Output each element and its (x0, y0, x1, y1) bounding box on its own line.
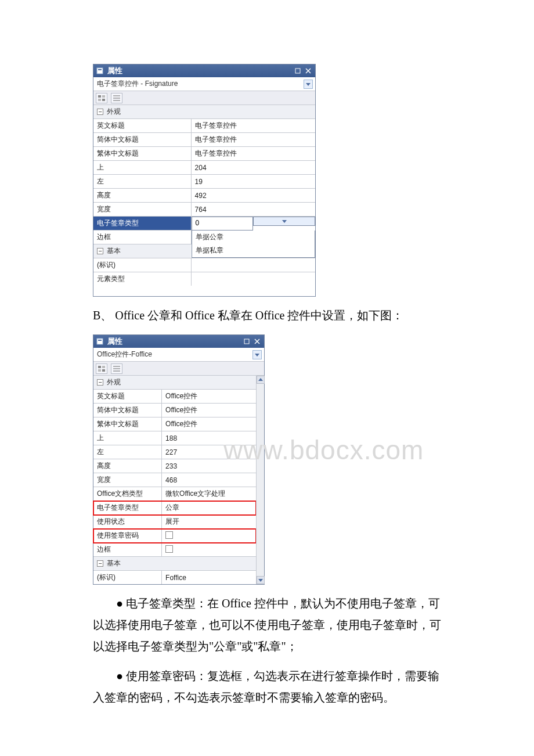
prop-value[interactable]: 227 (162, 445, 256, 459)
prop-value[interactable]: Foffice (162, 571, 256, 585)
svg-rect-2 (295, 69, 300, 73)
prop-value[interactable]: 204 (191, 161, 315, 175)
doc-text: ● 电子签章类型：在 Office 控件中，默认为不使用电子签章，可以选择使用电… (93, 597, 441, 653)
prop-value[interactable]: 188 (162, 431, 256, 445)
panel1-title: 属性 (107, 66, 292, 76)
properties-panel-2: 属性 Office控件-Foffice −外观 英文标题Office控件 简体中… (93, 334, 265, 585)
prop-value[interactable]: 19 (191, 175, 315, 189)
panel1-component-selector[interactable]: 电子签章控件 - Fsignature (93, 77, 315, 91)
prop-label: 简体中文标题 (93, 133, 191, 147)
prop-row-sign-type[interactable]: 电子签章类型 0 (93, 217, 315, 231)
prop-row-zh-cn-title[interactable]: 简体中文标题电子签章控件 (93, 133, 315, 147)
prop-label: 繁体中文标题 (93, 417, 162, 431)
prop-value[interactable]: 微软Office文字处理 (162, 487, 256, 501)
prop-value[interactable] (162, 543, 256, 557)
prop-value[interactable]: Office控件 (162, 390, 256, 404)
sign-type-dropdown[interactable]: 单据公章 单据私章 (191, 231, 315, 258)
collapse-icon[interactable]: − (97, 560, 103, 567)
collapse-icon[interactable]: − (97, 379, 103, 386)
scroll-down-button[interactable] (257, 576, 265, 584)
chevron-down-icon[interactable] (304, 80, 313, 89)
prop-value[interactable]: 468 (162, 473, 256, 487)
prop-row-zh-cn-title[interactable]: 简体中文标题Office控件 (93, 404, 256, 417)
alphabetical-view-button[interactable] (111, 93, 122, 103)
chevron-down-icon[interactable] (252, 350, 262, 359)
categorized-view-button[interactable] (96, 363, 107, 374)
prop-label: 边框 (93, 231, 191, 244)
prop-value[interactable]: 展开 (162, 515, 256, 529)
cat-label: 基本 (107, 247, 121, 255)
scroll-track[interactable] (257, 384, 264, 576)
categorized-view-button[interactable] (96, 93, 107, 103)
dropdown-option[interactable]: 单据公章 (192, 231, 315, 244)
checkbox-unchecked[interactable] (165, 545, 173, 553)
prop-row-width[interactable]: 宽度468 (93, 473, 256, 487)
prop-row-doc-type[interactable]: Office文档类型微软Office文字处理 (93, 487, 256, 501)
doc-paragraph-1: ● 电子签章类型：在 Office 控件中，默认为不使用电子签章，可以选择使用电… (93, 593, 441, 657)
prop-row-left[interactable]: 左19 (93, 175, 315, 189)
prop-value[interactable]: 492 (191, 189, 315, 203)
category-row-appearance[interactable]: −外观 (93, 105, 315, 119)
prop-row-top[interactable]: 上188 (93, 431, 256, 445)
properties-panel-1: 属性 电子签章控件 - Fsignature −外观 英文标题电子签章控件 简体… (93, 64, 316, 297)
prop-row-width[interactable]: 宽度764 (93, 203, 315, 217)
svg-marker-27 (258, 378, 263, 381)
prop-row-border[interactable]: 边框 单据公章 单据私章 (93, 231, 315, 244)
prop-row-id[interactable]: (标识) (93, 258, 315, 272)
prop-label: 边框 (93, 543, 162, 557)
panel2-minimize-button[interactable] (242, 337, 251, 345)
prop-row-height[interactable]: 高度233 (93, 459, 256, 473)
prop-row-border[interactable]: 边框 (93, 543, 256, 557)
prop-row-left[interactable]: 左227 (93, 445, 256, 459)
svg-marker-5 (306, 83, 311, 86)
scroll-up-button[interactable] (257, 376, 265, 384)
prop-row-top[interactable]: 上204 (93, 161, 315, 175)
checkbox-unchecked[interactable] (165, 531, 173, 539)
prop-value[interactable] (191, 258, 315, 272)
alphabetical-view-button[interactable] (111, 363, 122, 374)
collapse-icon[interactable]: − (97, 109, 103, 115)
prop-value[interactable] (162, 529, 256, 543)
prop-value[interactable]: 电子签章控件 (191, 133, 315, 147)
prop-row-id[interactable]: (标识)Foffice (93, 571, 256, 585)
svg-rect-20 (98, 366, 101, 368)
prop-label: 使用状态 (93, 515, 162, 529)
cat-label: 外观 (107, 378, 121, 386)
panel-icon (96, 67, 104, 75)
panel2-scrollbar[interactable] (256, 376, 264, 584)
panel1-close-button[interactable] (304, 67, 313, 75)
prop-row-zh-tw-title[interactable]: 繁体中文标题电子签章控件 (93, 147, 315, 161)
prop-row-height[interactable]: 高度492 (93, 189, 315, 203)
svg-rect-21 (102, 366, 105, 368)
collapse-icon[interactable]: − (97, 248, 103, 254)
prop-label: Office文档类型 (93, 487, 162, 501)
prop-row-en-title[interactable]: 英文标题Office控件 (93, 390, 256, 404)
prop-row-use-pwd[interactable]: 使用签章密码 (93, 529, 256, 543)
prop-value-cell[interactable]: 0 (191, 217, 315, 231)
chevron-down-icon[interactable] (253, 217, 315, 226)
prop-value[interactable]: Office控件 (162, 417, 256, 431)
prop-value[interactable]: 电子签章控件 (191, 147, 315, 161)
category-row-appearance[interactable]: −外观 (93, 376, 256, 390)
prop-row-en-title[interactable]: 英文标题电子签章控件 (93, 119, 315, 133)
prop-label: 电子签章类型 (93, 217, 191, 231)
prop-label: 高度 (93, 459, 162, 473)
svg-rect-23 (102, 369, 105, 372)
prop-row-zh-tw-title[interactable]: 繁体中文标题Office控件 (93, 417, 256, 431)
prop-row-sign-type[interactable]: 电子签章类型公章 (93, 501, 256, 515)
panel2-close-button[interactable] (252, 337, 262, 345)
prop-value[interactable]: 233 (162, 459, 256, 473)
prop-value[interactable]: Office控件 (162, 404, 256, 417)
doc-paragraph-b: B、 Office 公章和 Office 私章在 Office 控件中设置，如下… (93, 305, 441, 326)
panel1-minimize-button[interactable] (293, 67, 302, 75)
prop-row-use-state[interactable]: 使用状态展开 (93, 515, 256, 529)
dropdown-option[interactable]: 单据私章 (192, 244, 315, 257)
prop-value[interactable]: 764 (191, 203, 315, 217)
sign-type-value[interactable]: 0 (192, 217, 254, 231)
prop-value[interactable]: 电子签章控件 (191, 119, 315, 133)
svg-marker-28 (258, 579, 263, 582)
panel2-component-selector[interactable]: Office控件-Foffice (93, 348, 264, 362)
category-row-basic[interactable]: −基本 (93, 557, 256, 571)
svg-rect-8 (98, 99, 101, 101)
prop-value[interactable]: 公章 (162, 501, 256, 515)
